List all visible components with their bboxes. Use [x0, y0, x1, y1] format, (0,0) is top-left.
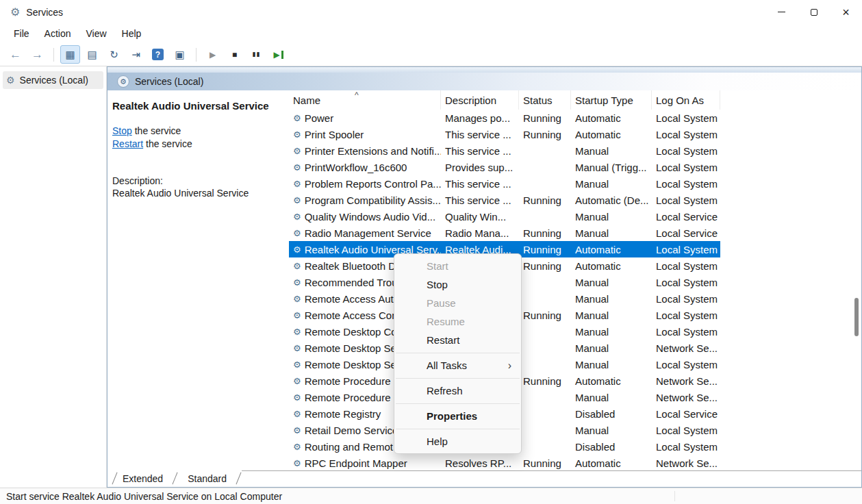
- toolbar-icon: ■: [232, 51, 237, 59]
- service-name: Remote Access Con: [305, 310, 398, 321]
- service-name: Radio Management Service: [305, 227, 431, 239]
- show-hide-tree-button[interactable]: ▦: [60, 45, 80, 64]
- service-row[interactable]: ⚙Quality Windows Audio Vid... Quality Wi…: [289, 208, 720, 225]
- restart-service-link[interactable]: Restart: [112, 138, 143, 149]
- service-name: Remote Procedure C: [305, 375, 401, 387]
- service-status: Running: [519, 455, 571, 470]
- service-gear-icon: ⚙: [293, 410, 301, 418]
- service-log-on-as: Local System: [652, 110, 720, 126]
- menu-separator[interactable]: [394, 375, 521, 381]
- vertical-scrollbar[interactable]: [852, 90, 861, 470]
- properties-window-button[interactable]: ▤: [82, 45, 102, 64]
- service-status: [519, 290, 571, 307]
- menu-item-start[interactable]: Start: [394, 257, 521, 275]
- service-description: Radio Mana...: [441, 225, 519, 241]
- service-gear-icon: ⚙: [293, 294, 301, 303]
- column-header-description[interactable]: Description: [441, 90, 519, 110]
- menubar-item-help[interactable]: Help: [114, 25, 149, 42]
- column-header-name[interactable]: ^ Name: [289, 90, 441, 110]
- service-name: Remote Procedure C: [305, 392, 401, 403]
- menubar-item-view[interactable]: View: [78, 25, 114, 42]
- service-row[interactable]: ⚙Problem Reports Control Pa... This serv…: [289, 175, 720, 192]
- refresh-button[interactable]: ↻: [104, 45, 124, 64]
- submenu-arrow-icon: ›: [508, 360, 511, 371]
- service-log-on-as: Local System: [652, 356, 720, 373]
- toolbar-separator[interactable]: [196, 48, 197, 62]
- service-startup-type: Automatic (De...: [571, 192, 652, 208]
- service-name: Printer Extensions and Notifi...: [305, 145, 441, 157]
- toolbar-icon: ↻: [110, 49, 118, 60]
- service-log-on-as: Local System: [652, 175, 720, 192]
- service-log-on-as: Local System: [652, 307, 720, 323]
- service-log-on-as: Local System: [652, 126, 720, 142]
- show-action-pane-button[interactable]: ▣: [170, 45, 190, 64]
- maximize-button[interactable]: [798, 0, 830, 24]
- menu-item-restart[interactable]: Restart: [394, 331, 521, 349]
- toolbar-icon: ▶: [210, 51, 216, 59]
- menu-item-properties[interactable]: Properties: [394, 407, 521, 425]
- close-icon: ×: [842, 6, 850, 18]
- menu-separator[interactable]: [394, 425, 521, 432]
- service-row[interactable]: ⚙Radio Management Service Radio Mana... …: [289, 225, 720, 241]
- stop-service-button[interactable]: ■: [225, 45, 244, 64]
- tab-extended[interactable]: Extended: [113, 470, 178, 486]
- forward-button[interactable]: →: [27, 45, 47, 64]
- tab-standard[interactable]: Standard: [178, 470, 242, 486]
- service-gear-icon: ⚙: [293, 262, 301, 270]
- services-local-icon: ⚙: [117, 75, 129, 88]
- service-name: Problem Reports Control Pa...: [305, 178, 441, 190]
- description-text: Realtek Audio Universal Service: [112, 188, 285, 199]
- menu-separator[interactable]: [394, 349, 521, 356]
- minimize-icon: [778, 12, 785, 12]
- column-header-startup-type[interactable]: Startup Type: [571, 90, 652, 110]
- menu-item-pause[interactable]: Pause: [394, 294, 521, 312]
- menu-item-all-tasks[interactable]: All Tasks ›: [394, 356, 521, 375]
- stop-service-link[interactable]: Stop: [112, 125, 132, 136]
- restart-link-suffix: the service: [143, 138, 192, 149]
- service-description: Provides sup...: [441, 159, 519, 175]
- menubar-item-action[interactable]: Action: [37, 25, 79, 42]
- toolbar: ← → ▦ ▤ ↻ ⇥ ? ▣ ▶ ■ ▮▮ ▶: [0, 43, 862, 66]
- service-status: Running: [519, 225, 571, 241]
- service-log-on-as: Local System: [652, 323, 720, 340]
- menu-item-help[interactable]: Help: [394, 432, 521, 451]
- taskpad-header-label: Services (Local): [135, 76, 203, 87]
- tree-item-services-local[interactable]: ⚙ Services (Local): [3, 71, 103, 89]
- restart-service-button[interactable]: ▶: [268, 45, 288, 64]
- service-row[interactable]: ⚙Power Manages po... Running Automatic L…: [289, 110, 720, 126]
- service-row[interactable]: ⚙Print Spooler This service ... Running …: [289, 126, 720, 142]
- menu-item-stop[interactable]: Stop: [394, 275, 521, 294]
- close-button[interactable]: ×: [830, 0, 862, 24]
- scrollbar-thumb[interactable]: [854, 298, 859, 336]
- menubar-item-file[interactable]: File: [6, 25, 37, 42]
- service-row[interactable]: ⚙RPC Endpoint Mapper Resolves RP... Runn…: [289, 455, 720, 470]
- service-description: This service ...: [441, 126, 519, 142]
- start-service-button[interactable]: ▶: [203, 45, 223, 64]
- help-button[interactable]: ?: [148, 45, 168, 64]
- service-row[interactable]: ⚙Printer Extensions and Notifi... This s…: [289, 142, 720, 159]
- service-startup-type: Automatic: [571, 373, 652, 389]
- titlebar: ⚙ Services ×: [0, 0, 862, 24]
- column-header-log-on-as[interactable]: Log On As: [652, 90, 720, 110]
- service-gear-icon: ⚙: [293, 327, 301, 336]
- taskpad-header: ⚙ Services (Local): [107, 73, 861, 90]
- menu-separator[interactable]: [394, 400, 521, 407]
- service-name: Realtek Bluetooth De: [305, 260, 402, 272]
- service-row[interactable]: ⚙PrintWorkflow_16c600 Provides sup... Ma…: [289, 159, 720, 175]
- statusbar-divider: [674, 491, 675, 501]
- service-detail-pane: Realtek Audio Universal Service Stop the…: [107, 90, 289, 470]
- service-gear-icon: ⚙: [293, 442, 301, 451]
- export-list-button[interactable]: ⇥: [126, 45, 146, 64]
- menu-item-refresh[interactable]: Refresh: [394, 381, 521, 400]
- pause-service-button[interactable]: ▮▮: [246, 45, 266, 64]
- menu-item-resume[interactable]: Resume: [394, 312, 521, 331]
- service-startup-type: Automatic: [571, 455, 652, 470]
- service-startup-type: Manual: [571, 389, 652, 405]
- back-button[interactable]: ←: [5, 45, 25, 64]
- toolbar-separator[interactable]: [53, 48, 54, 62]
- service-row[interactable]: ⚙Program Compatibility Assis... This ser…: [289, 192, 720, 208]
- column-header-status[interactable]: Status: [519, 90, 571, 110]
- window-controls: ×: [765, 0, 862, 24]
- service-gear-icon: ⚙: [293, 114, 301, 123]
- minimize-button[interactable]: [765, 0, 798, 24]
